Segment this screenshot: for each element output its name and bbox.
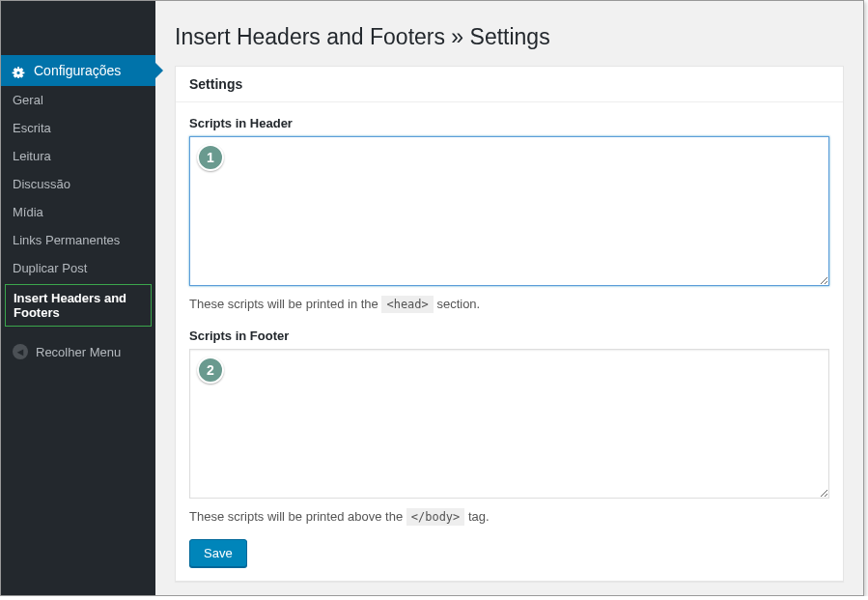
main-content: Insert Headers and Footers » Settings Se… (155, 1, 863, 595)
head-code-tag: <head> (381, 296, 433, 313)
sidebar-item-leitura[interactable]: Leitura (1, 142, 155, 170)
sidebar-section-label: Configurações (34, 63, 121, 78)
body-code-tag: </body> (406, 508, 465, 526)
sidebar-item-discussao[interactable]: Discussão (1, 170, 155, 198)
settings-panel: Settings Scripts in Header 1 These scrip… (175, 66, 844, 582)
save-button[interactable]: Save (189, 539, 247, 567)
header-scripts-desc: These scripts will be printed in the <he… (189, 297, 829, 311)
sidebar-item-links-permanentes[interactable]: Links Permanentes (1, 226, 155, 254)
footer-scripts-desc: These scripts will be printed above the … (189, 509, 829, 524)
footer-scripts-wrap: 2 (189, 349, 829, 501)
settings-icon (11, 63, 26, 78)
sidebar-item-geral[interactable]: Geral (1, 86, 155, 114)
sidebar-section-settings[interactable]: Configurações (1, 55, 155, 86)
sidebar-item-midia[interactable]: Mídia (1, 198, 155, 226)
collapse-menu[interactable]: ◄ Recolher Menu (1, 336, 155, 367)
footer-scripts-input[interactable] (189, 349, 829, 499)
chevron-left-icon: ◄ (13, 344, 28, 359)
sidebar-item-insert-headers-footers[interactable]: Insert Headers and Footers (5, 284, 152, 327)
panel-body: Scripts in Header 1 These scripts will b… (176, 102, 843, 581)
annotation-marker-2: 2 (197, 357, 224, 384)
page-title: Insert Headers and Footers » Settings (175, 24, 844, 50)
sidebar-item-escrita[interactable]: Escrita (1, 114, 155, 142)
header-scripts-wrap: 1 (189, 136, 829, 289)
collapse-menu-label: Recolher Menu (36, 345, 121, 359)
annotation-marker-1: 1 (197, 144, 224, 171)
sidebar-item-duplicar-post[interactable]: Duplicar Post (1, 254, 155, 282)
app-frame: Configurações Geral Escrita Leitura Disc… (0, 0, 864, 596)
footer-scripts-label: Scripts in Footer (189, 329, 829, 343)
header-scripts-input[interactable] (189, 136, 829, 286)
panel-header: Settings (176, 67, 843, 102)
header-scripts-label: Scripts in Header (189, 116, 829, 130)
admin-sidebar: Configurações Geral Escrita Leitura Disc… (1, 1, 155, 595)
